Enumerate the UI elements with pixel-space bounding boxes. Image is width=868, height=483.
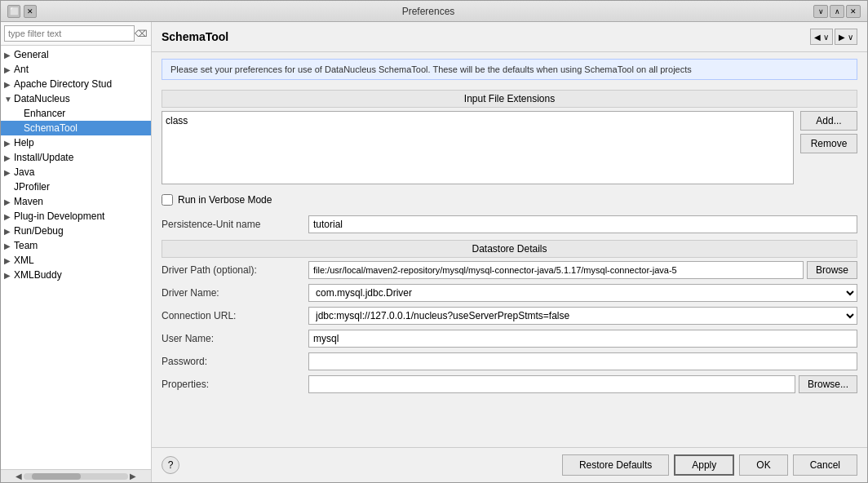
sidebar-item-label: Ant bbox=[14, 64, 29, 75]
panel-title: SchemaTool bbox=[162, 30, 228, 43]
connection-url-select[interactable]: jdbc:mysql://127.0.0.1/nucleus?useServer… bbox=[308, 307, 857, 325]
sidebar-item-datanucleus[interactable]: ▼ DataNucleus bbox=[1, 91, 151, 106]
sidebar-item-team[interactable]: ▶ Team bbox=[1, 238, 151, 253]
arrow-icon: ▶ bbox=[4, 168, 14, 177]
arrow-icon: ▶ bbox=[4, 197, 14, 206]
connection-url-label: Connection URL: bbox=[162, 310, 308, 321]
remove-button[interactable]: Remove bbox=[800, 134, 857, 153]
main-content: ⌫ ▶ General ▶ Ant ▶ Apache Directory Stu… bbox=[1, 22, 867, 482]
sidebar-item-install-update[interactable]: ▶ Install/Update bbox=[1, 150, 151, 165]
arrow-icon: ▶ bbox=[4, 153, 14, 162]
window-icon: ⬜ bbox=[7, 5, 20, 18]
password-input[interactable] bbox=[308, 352, 857, 370]
nav-close-btn[interactable]: ✕ bbox=[846, 5, 861, 18]
sidebar-scrollbar: ◀ ▶ bbox=[1, 469, 151, 482]
persistence-unit-input[interactable] bbox=[308, 215, 857, 233]
properties-browse-button[interactable]: Browse... bbox=[799, 375, 857, 393]
sidebar-item-jprofiler[interactable]: JProfiler bbox=[1, 179, 151, 194]
password-label: Password: bbox=[162, 356, 308, 367]
info-message: Please set your preferences for use of D… bbox=[170, 64, 692, 74]
arrow-icon: ▶ bbox=[4, 212, 14, 221]
sidebar-item-label: Enhancer bbox=[24, 108, 65, 119]
sidebar-item-enhancer[interactable]: Enhancer bbox=[1, 106, 151, 121]
scroll-right-arrow[interactable]: ▶ bbox=[128, 472, 138, 481]
sidebar-item-schematool[interactable]: SchemaTool bbox=[1, 121, 151, 135]
driver-name-row: Driver Name: com.mysql.jdbc.Driver bbox=[162, 284, 857, 302]
driver-name-label: Driver Name: bbox=[162, 287, 308, 299]
persistence-unit-row: Persistence-Unit name bbox=[162, 215, 857, 233]
driver-path-browse-button[interactable]: Browse bbox=[807, 261, 857, 279]
filter-clear-button[interactable]: ⌫ bbox=[135, 27, 148, 40]
arrow-icon: ▶ bbox=[4, 227, 14, 236]
extensions-list[interactable]: class bbox=[162, 111, 794, 184]
right-panel: SchemaTool ◀ ∨ ▶ ∨ Please set your prefe… bbox=[152, 22, 867, 482]
sidebar-item-help[interactable]: ▶ Help bbox=[1, 135, 151, 150]
sidebar-item-label: DataNucleus bbox=[14, 93, 70, 104]
nav-forward-btn[interactable]: ▶ ∨ bbox=[835, 29, 857, 45]
connection-url-row: Connection URL: jdbc:mysql://127.0.0.1/n… bbox=[162, 307, 857, 325]
arrow-icon: ▶ bbox=[4, 51, 14, 60]
nav-up-btn[interactable]: ∧ bbox=[830, 5, 844, 18]
filter-bar: ⌫ bbox=[1, 22, 151, 46]
driver-name-select[interactable]: com.mysql.jdbc.Driver bbox=[308, 284, 857, 302]
driver-path-row: Driver Path (optional): Browse bbox=[162, 261, 857, 279]
filter-input[interactable] bbox=[4, 25, 135, 42]
arrow-icon: ▶ bbox=[4, 65, 14, 74]
verbose-label: Run in Verbose Mode bbox=[178, 194, 272, 206]
arrow-icon: ▶ bbox=[4, 242, 14, 250]
verbose-checkbox[interactable] bbox=[162, 194, 173, 206]
sidebar-item-label: Apache Directory Stud bbox=[14, 78, 112, 90]
input-file-extensions-title: Input File Extensions bbox=[162, 90, 857, 108]
scroll-track bbox=[24, 473, 128, 480]
sidebar-item-label: XML bbox=[14, 255, 34, 266]
scroll-left-arrow[interactable]: ◀ bbox=[14, 472, 24, 481]
sidebar-item-label: XMLBuddy bbox=[14, 269, 62, 281]
properties-label: Properties: bbox=[162, 379, 308, 390]
sidebar-item-xmlbuddy[interactable]: ▶ XMLBuddy bbox=[1, 268, 151, 282]
help-button[interactable]: ? bbox=[162, 456, 179, 474]
sidebar-item-label: JProfiler bbox=[14, 181, 50, 193]
sidebar-item-general[interactable]: ▶ General bbox=[1, 47, 151, 62]
preferences-window: ⬜ ✕ Preferences ∨ ∧ ✕ ⌫ ▶ General ▶ bbox=[0, 0, 868, 483]
ok-button[interactable]: OK bbox=[739, 454, 787, 476]
sidebar-item-label: SchemaTool bbox=[24, 122, 78, 134]
nav-dropdown-btn[interactable]: ∨ bbox=[813, 5, 828, 18]
panel-body: Please set your preferences for use of D… bbox=[152, 52, 867, 447]
titlebar: ⬜ ✕ Preferences ∨ ∧ ✕ bbox=[1, 1, 867, 22]
sidebar-item-label: Help bbox=[14, 137, 34, 148]
sidebar-item-label: Install/Update bbox=[14, 152, 73, 163]
datastore-title: Datastore Details bbox=[162, 240, 857, 258]
persistence-unit-label: Persistence-Unit name bbox=[162, 219, 308, 230]
sidebar-item-ant[interactable]: ▶ Ant bbox=[1, 62, 151, 77]
arrow-icon: ▶ bbox=[4, 80, 14, 89]
username-row: User Name: bbox=[162, 330, 857, 348]
username-input[interactable] bbox=[308, 330, 857, 348]
panel-header: SchemaTool ◀ ∨ ▶ ∨ bbox=[152, 22, 867, 52]
scroll-thumb bbox=[32, 473, 81, 480]
add-button[interactable]: Add... bbox=[800, 111, 857, 131]
properties-input[interactable] bbox=[308, 375, 795, 393]
sidebar-item-label: Maven bbox=[14, 196, 43, 207]
sidebar-item-xml[interactable]: ▶ XML bbox=[1, 253, 151, 268]
nav-back-btn[interactable]: ◀ ∨ bbox=[810, 29, 833, 45]
cancel-button[interactable]: Cancel bbox=[793, 454, 857, 476]
apply-button[interactable]: Apply bbox=[674, 454, 734, 476]
sidebar-item-maven[interactable]: ▶ Maven bbox=[1, 194, 151, 209]
sidebar-item-plugin-dev[interactable]: ▶ Plug-in Development bbox=[1, 209, 151, 224]
driver-path-input[interactable] bbox=[308, 261, 804, 279]
sidebar-item-apache[interactable]: ▶ Apache Directory Stud bbox=[1, 77, 151, 91]
sidebar-item-label: General bbox=[14, 49, 49, 60]
sidebar-item-label: Run/Debug bbox=[14, 225, 64, 237]
sidebar-item-label: Team bbox=[14, 240, 38, 251]
sidebar-item-run-debug[interactable]: ▶ Run/Debug bbox=[1, 224, 151, 238]
sidebar-item-java[interactable]: ▶ Java bbox=[1, 165, 151, 179]
restore-defaults-button[interactable]: Restore Defaults bbox=[562, 454, 669, 476]
extension-item: class bbox=[166, 115, 790, 126]
arrow-icon: ▶ bbox=[4, 256, 14, 265]
extensions-area: class Add... Remove bbox=[162, 111, 857, 184]
sidebar: ⌫ ▶ General ▶ Ant ▶ Apache Directory Stu… bbox=[1, 22, 152, 482]
arrow-icon: ▶ bbox=[4, 139, 14, 148]
driver-path-label: Driver Path (optional): bbox=[162, 264, 308, 276]
close-icon[interactable]: ✕ bbox=[24, 5, 37, 18]
driver-path-field: Browse bbox=[308, 261, 857, 279]
